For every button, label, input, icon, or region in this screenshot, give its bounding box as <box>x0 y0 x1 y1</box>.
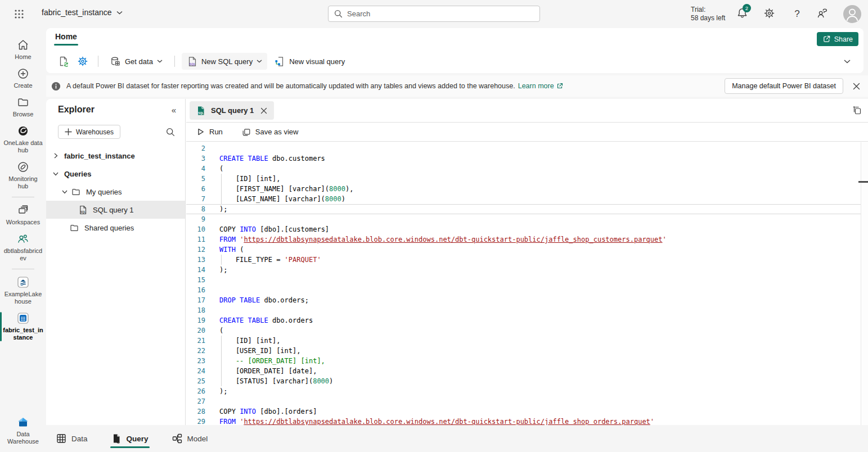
code-text: CREATE TABLE dbo.orders <box>205 315 861 326</box>
tree-item-my-queries[interactable]: My queries <box>46 183 185 201</box>
rail-item-home[interactable]: Home <box>0 35 46 64</box>
search-icon <box>334 10 343 18</box>
sql-code-editor[interactable]: 23CREATE TABLE dbo.customers4(5 [ID] [in… <box>186 142 868 425</box>
code-line[interactable]: 5 [ID] [int], <box>186 174 861 184</box>
code-line[interactable]: 24 [ORDER_DATE] [date], <box>186 366 861 376</box>
notifications-button[interactable]: 2 <box>736 7 750 21</box>
workspaces-icon <box>17 204 29 216</box>
code-line[interactable]: 19CREATE TABLE dbo.orders <box>186 315 861 326</box>
rail-item-fabric-test-instance[interactable]: fabric_test_instance <box>0 309 46 345</box>
default-dataset-banner: A default Power BI dataset for faster re… <box>46 75 868 97</box>
rail-item-examplelakehouse[interactable]: ExampleLakehouse <box>0 273 46 309</box>
explorer-search-button[interactable] <box>164 125 177 139</box>
workspace-switcher[interactable]: fabric_test_instance <box>42 8 123 17</box>
rail-item-create[interactable]: Create <box>0 64 46 93</box>
get-data-button[interactable]: Get data <box>105 53 168 70</box>
explorer-tree: fabric_test_instance Queries My queries … <box>46 147 185 237</box>
line-number: 5 <box>186 174 205 184</box>
code-line[interactable]: 29FROM 'https://dbtlabsynapsedatalake.bl… <box>186 417 861 425</box>
document-refresh-icon <box>58 56 69 67</box>
query-tab[interactable]: SQL SQL query 1 <box>190 101 274 120</box>
code-line[interactable]: 15 <box>186 275 861 285</box>
code-text: ( <box>205 326 861 336</box>
new-sql-query-button[interactable]: SQL New SQL query <box>182 53 267 70</box>
line-number: 25 <box>186 376 205 386</box>
folder-icon <box>71 187 81 197</box>
code-line[interactable]: 28COPY INTO [dbo].[orders] <box>186 406 861 417</box>
code-line[interactable]: 2 <box>186 143 861 153</box>
code-line[interactable]: 9 <box>186 214 861 224</box>
line-number: 28 <box>186 406 205 417</box>
tab-close-button[interactable] <box>259 106 268 115</box>
ribbon-tab-home[interactable]: Home <box>55 32 77 44</box>
rail-item-dbtlabsfabricdev[interactable]: dbtlabsfabricdev <box>0 229 46 265</box>
chevron-down-icon <box>157 60 163 63</box>
play-icon <box>196 128 205 136</box>
add-warehouses-button[interactable]: Warehouses <box>58 125 120 139</box>
code-line[interactable]: 18 <box>186 305 861 315</box>
manage-default-dataset-button[interactable]: Manage default Power BI dataset <box>725 78 843 94</box>
code-line[interactable]: 27 <box>186 396 861 406</box>
code-line[interactable]: 25 [STATUS] [varchar](8000) <box>186 376 861 386</box>
tree-item-queries[interactable]: Queries <box>46 165 185 183</box>
code-line[interactable]: 14); <box>186 265 861 275</box>
code-text <box>205 214 861 224</box>
tab-query[interactable]: Query <box>111 425 149 452</box>
code-line[interactable]: 10COPY INTO [dbo].[customers] <box>186 224 861 234</box>
rail-item-data-warehouse[interactable]: Data Warehouse <box>0 413 46 449</box>
line-number: 16 <box>186 285 205 295</box>
code-line[interactable]: 13 FILE_TYPE = 'PARQUET' <box>186 255 861 265</box>
code-line[interactable]: 12WITH ( <box>186 245 861 255</box>
code-text: ( <box>205 164 861 174</box>
help-button[interactable]: ? <box>790 7 804 21</box>
feedback-button[interactable] <box>816 7 830 21</box>
code-line[interactable]: 6 [FIRST_NAME] [varchar](8000), <box>186 184 861 194</box>
code-line[interactable]: 8); <box>186 204 861 214</box>
code-line[interactable]: 22 [USER_ID] [int], <box>186 346 861 356</box>
tree-item-shared-queries[interactable]: Shared queries <box>46 219 185 237</box>
tab-data[interactable]: Data <box>56 425 88 452</box>
refresh-dataset-button[interactable] <box>55 53 72 69</box>
tree-item-warehouse[interactable]: fabric_test_instance <box>46 147 185 165</box>
rail-item-monitoring-hub[interactable]: Monitoring hub <box>0 157 46 193</box>
settings-button[interactable] <box>763 7 777 21</box>
code-line[interactable]: 3CREATE TABLE dbo.customers <box>186 153 861 164</box>
rail-item-workspaces[interactable]: Workspaces <box>0 201 46 229</box>
code-line[interactable]: 7 [LAST_NAME] [varchar](8000) <box>186 194 861 204</box>
code-line[interactable]: 11FROM 'https://dbtlabsynapsedatalake.bl… <box>186 234 861 245</box>
settings-gear-button[interactable] <box>74 53 91 69</box>
tab-model[interactable]: Model <box>172 425 208 452</box>
code-line[interactable]: 17DROP TABLE dbo.orders; <box>186 295 861 305</box>
editor-scrollbar[interactable] <box>861 142 868 425</box>
line-number: 15 <box>186 275 205 285</box>
code-line[interactable]: 21 [ID] [int], <box>186 336 861 346</box>
run-button[interactable]: Run <box>196 128 223 136</box>
code-line[interactable]: 4( <box>186 164 861 174</box>
chevron-down-icon <box>257 60 262 63</box>
code-line[interactable]: 26); <box>186 386 861 396</box>
rail-item-browse[interactable]: Browse <box>0 93 46 121</box>
code-line[interactable]: 23 -- [ORDER_DATE] [int], <box>186 356 861 366</box>
learn-more-link[interactable]: Learn more <box>518 82 563 90</box>
share-button[interactable]: Share <box>817 32 858 46</box>
save-as-view-button[interactable]: Save as view <box>242 128 299 137</box>
code-line[interactable]: 16 <box>186 285 861 295</box>
query-toolbar: Run Save as view <box>186 123 868 142</box>
search-input[interactable] <box>347 10 534 18</box>
banner-close-button[interactable] <box>848 78 865 94</box>
app-launcher-button[interactable] <box>14 8 25 20</box>
top-bar: fabric_test_instance Trial: 58 days left… <box>0 0 868 28</box>
ribbon-collapse-button[interactable] <box>841 55 853 67</box>
tree-item-sql-query-1[interactable]: SQL SQL query 1 <box>46 201 185 219</box>
rail-item-onelake-data-hub[interactable]: OneLake data hub <box>0 121 46 157</box>
account-avatar[interactable] <box>843 5 861 23</box>
copy-pane-button[interactable] <box>850 104 863 117</box>
code-line[interactable]: 20( <box>186 326 861 336</box>
line-number: 9 <box>186 214 205 224</box>
line-number: 29 <box>186 417 205 425</box>
code-text: [USER_ID] [int], <box>205 346 861 356</box>
new-visual-query-button[interactable]: New visual query <box>269 53 350 70</box>
collapse-panel-button[interactable]: « <box>172 105 176 115</box>
sql-file-icon: SQL <box>196 106 206 116</box>
rail-divider <box>12 197 34 197</box>
